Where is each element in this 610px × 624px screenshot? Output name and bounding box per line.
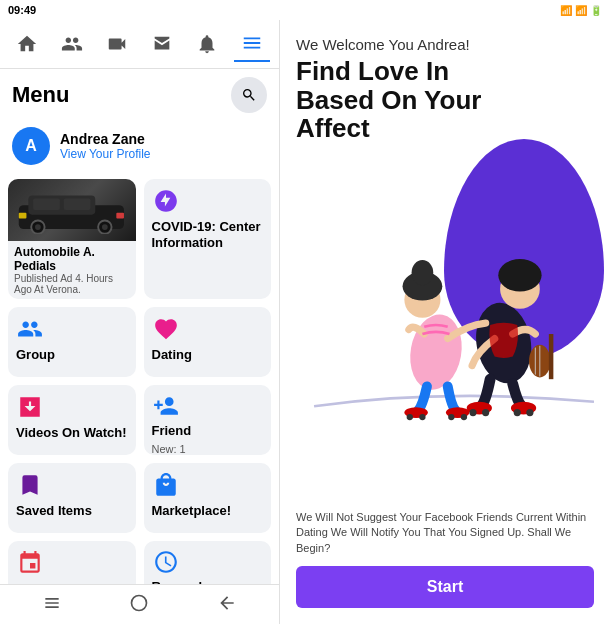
svg-rect-9 [117, 213, 125, 219]
battery-icon: 🔋 [590, 5, 602, 16]
marketplace-icon [152, 471, 180, 499]
left-panel: Menu A Andrea Zane View Your Profile [0, 20, 280, 624]
avatar: A [12, 127, 50, 165]
group-item[interactable]: Group [8, 307, 136, 377]
svg-point-10 [132, 595, 147, 610]
svg-point-13 [498, 259, 541, 292]
start-button[interactable]: Start [296, 566, 594, 608]
saved-icon [16, 471, 44, 499]
svg-rect-15 [549, 334, 554, 379]
svg-point-22 [514, 409, 521, 416]
welcome-text: We Welcome You Andrea! [296, 36, 594, 53]
saved-items-item[interactable]: Saved Items [8, 463, 136, 533]
dating-label: Dating [152, 347, 264, 363]
menu-grid: Automobile A. Pedials Published Ad 4. Ho… [0, 171, 279, 584]
dating-icon [152, 315, 180, 343]
friend-item[interactable]: Friend New: 1 [144, 385, 272, 455]
event-icon [16, 549, 44, 577]
headline: Find Love In Based On Your Affect [296, 57, 594, 143]
svg-point-23 [526, 409, 533, 416]
svg-point-27 [412, 260, 434, 285]
nav-home[interactable] [9, 26, 45, 62]
car-title: Automobile A. Pedials [14, 245, 130, 273]
car-meta: Published Ad 4. Hours Ago At Verona. [14, 273, 130, 295]
menu-title: Menu [12, 82, 69, 108]
menu-header: Menu [0, 69, 279, 121]
car-card[interactable]: Automobile A. Pedials Published Ad 4. Ho… [8, 179, 136, 299]
group-icon [16, 315, 44, 343]
bottom-back-icon[interactable] [217, 593, 237, 617]
covid-label: COVID-19: Center Information [152, 219, 264, 250]
watch-icon [16, 393, 44, 421]
signal-icon: 📶 [575, 5, 587, 16]
right-panel: We Welcome You Andrea! Find Love In Base… [280, 20, 610, 624]
nav-bar [0, 20, 279, 69]
remember-icon [152, 549, 180, 575]
svg-rect-3 [64, 199, 91, 210]
wifi-icon: 📶 [560, 5, 572, 16]
marketplace-label: Marketplace! [152, 503, 264, 519]
profile-section[interactable]: A Andrea Zane View Your Profile [0, 121, 279, 171]
marketplace-item[interactable]: Marketplace! [144, 463, 272, 533]
remember-item[interactable]: Remember New: 1 [144, 541, 272, 584]
bottom-home-icon[interactable] [42, 593, 62, 617]
bottom-text: We Will Not Suggest Your Facebook Friend… [296, 510, 594, 556]
friend-sub: New: 1 [152, 443, 264, 455]
event-item[interactable]: Event [8, 541, 136, 584]
status-icons: 📶 📶 🔋 [560, 5, 602, 16]
svg-point-20 [469, 409, 476, 416]
nav-people[interactable] [54, 26, 90, 62]
videos-watch-label: Videos On Watch! [16, 425, 128, 441]
svg-point-21 [482, 409, 489, 416]
car-image [8, 179, 136, 241]
search-button[interactable] [231, 77, 267, 113]
bottom-nav [0, 584, 279, 624]
covid-icon [152, 187, 180, 215]
nav-video[interactable] [99, 26, 135, 62]
svg-point-33 [461, 414, 467, 420]
videos-watch-item[interactable]: Videos On Watch! [8, 385, 136, 455]
status-time: 09:49 [8, 4, 36, 16]
status-bar: 09:49 📶 📶 🔋 [0, 0, 610, 20]
bottom-circle-icon[interactable] [129, 593, 149, 617]
svg-point-30 [407, 414, 413, 420]
svg-point-6 [35, 224, 41, 230]
illustration [296, 149, 594, 502]
svg-point-7 [102, 224, 108, 230]
car-info: Automobile A. Pedials Published Ad 4. Ho… [8, 241, 136, 299]
nav-bell[interactable] [189, 26, 225, 62]
couple-illustration [296, 215, 594, 435]
dating-ad: We Welcome You Andrea! Find Love In Base… [280, 20, 610, 624]
saved-items-label: Saved Items [16, 503, 128, 519]
nav-menu[interactable] [234, 26, 270, 62]
svg-rect-2 [34, 199, 61, 210]
svg-point-24 [404, 311, 467, 394]
profile-name: Andrea Zane [60, 131, 151, 147]
nav-store[interactable] [144, 26, 180, 62]
profile-sub: View Your Profile [60, 147, 151, 161]
profile-text: Andrea Zane View Your Profile [60, 131, 151, 161]
covid-item[interactable]: COVID-19: Center Information [144, 179, 272, 299]
svg-point-32 [448, 414, 454, 420]
svg-point-31 [419, 414, 425, 420]
friend-icon [152, 393, 180, 419]
dating-item[interactable]: Dating [144, 307, 272, 377]
group-label: Group [16, 347, 128, 363]
svg-rect-8 [19, 213, 27, 219]
friend-label: Friend [152, 423, 264, 439]
